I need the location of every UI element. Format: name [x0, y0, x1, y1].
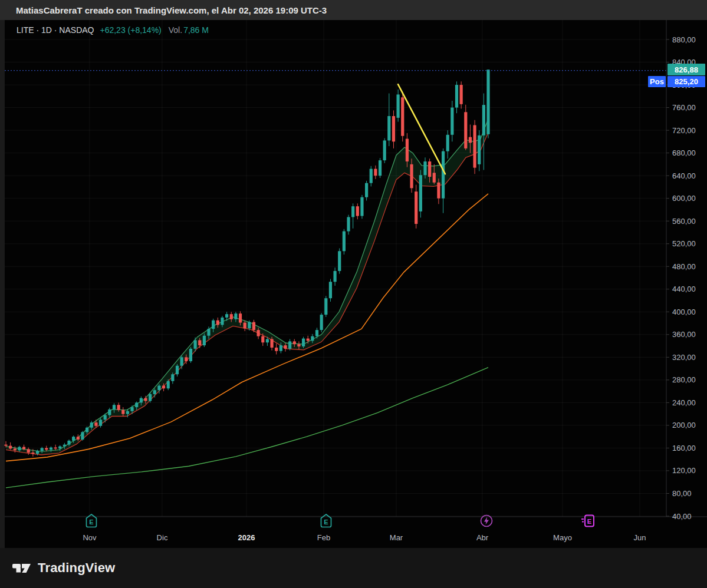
tradingview-wordmark: TradingView — [38, 560, 115, 576]
footer-bar: TradingView — [0, 548, 707, 588]
attribution-text: MatiasCabreraT creado con TradingView.co… — [0, 5, 327, 15]
volume-label: Vol. — [169, 25, 182, 35]
position-price-label: 825,20 — [667, 76, 705, 87]
attribution-bar: MatiasCabreraT creado con TradingView.co… — [0, 0, 707, 20]
price-change: +62,23 (+8,14%) — [100, 25, 161, 35]
tradingview-logo-icon — [12, 560, 32, 576]
tradingview-screenshot: MatiasCabreraT creado con TradingView.co… — [0, 0, 707, 588]
chart-canvas[interactable] — [5, 20, 707, 548]
last-price-label: 826,88 — [667, 64, 705, 75]
chart-legend: LITE · 1D · NASDAQ +62,23 (+8,14%) Vol. … — [17, 24, 209, 37]
position-badge[interactable]: Pos — [648, 76, 666, 87]
symbol-title[interactable]: LITE · 1D · NASDAQ — [17, 25, 94, 35]
volume-value: 7,86 M — [183, 25, 209, 35]
